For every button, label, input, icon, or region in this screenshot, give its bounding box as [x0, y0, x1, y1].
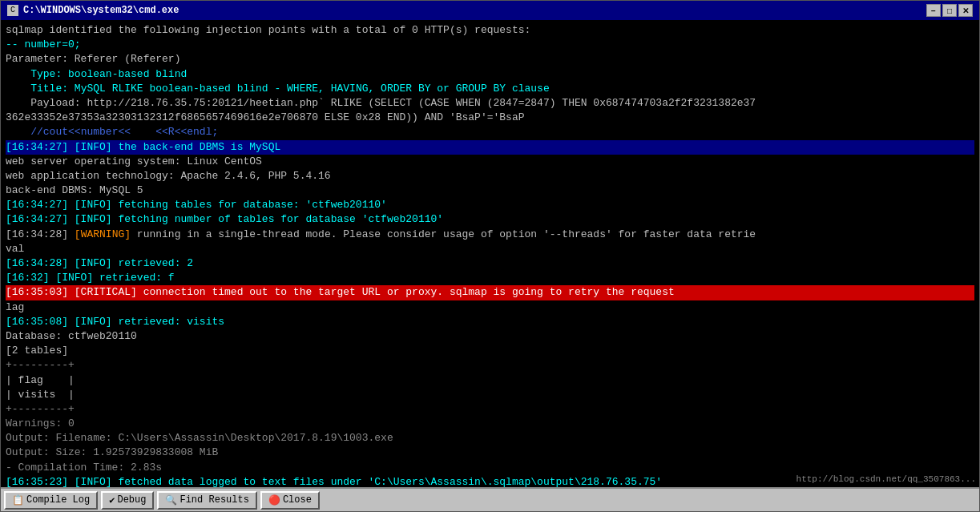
line-19-critical: [16:35:03] [CRITICAL] connection timed o… [6, 285, 974, 300]
compiler-warnings: Warnings: 0 [6, 417, 974, 431]
watermark-text: http://blog.csdn.net/qq_3507863... [797, 474, 976, 484]
debug-button[interactable]: ✔ Debug [101, 491, 154, 510]
titlebar: C C:\WINDOWS\system32\cmd.exe − □ ✕ [1, 1, 979, 20]
window-controls: − □ ✕ [926, 4, 973, 17]
table-row-flag: | flag | [6, 373, 974, 388]
line-8: //cout<<number<< <<R<<endl; [6, 125, 974, 139]
line-21: [16:35:08] [INFO] retrieved: visits [6, 315, 974, 329]
find-results-button[interactable]: 🔍 Find Results [157, 491, 256, 510]
terminal-area: sqlmap identified the following injectio… [1, 20, 979, 487]
maximize-button[interactable]: □ [942, 4, 957, 17]
compile-log-icon: 📋 [12, 494, 24, 506]
compiler-output-1: Output: Filename: C:\Users\Assassin\Desk… [6, 431, 974, 445]
line-17: [16:34:28] [INFO] retrieved: 2 [6, 256, 974, 271]
line-15: [16:34:28] [WARNING] running in a single… [6, 228, 974, 242]
debug-icon: ✔ [109, 494, 115, 506]
compile-log-button[interactable]: 📋 Compile Log [4, 491, 98, 510]
close-button-toolbar[interactable]: 🔴 Close [260, 491, 320, 510]
line-7: 362e33352e37353a32303132312f686565746961… [6, 111, 974, 125]
line-4: Type: boolean-based blind [6, 67, 974, 82]
compiler-output-2: Output: Size: 1.92573929833008 MiB [6, 445, 974, 460]
line-2: -- number=0; [6, 38, 974, 52]
line-9: [16:34:27] [INFO] the back-end DBMS is M… [6, 140, 974, 155]
table-border-top: +---------+ [6, 358, 974, 373]
line-16: val [6, 242, 974, 256]
line-23: [2 tables] [6, 344, 974, 358]
toolbar: 📋 Compile Log ✔ Debug 🔍 Find Results 🔴 C… [1, 487, 979, 511]
line-5: Title: MySQL RLIKE boolean-based blind -… [6, 82, 974, 96]
close-toolbar-icon: 🔴 [268, 494, 280, 506]
debug-label: Debug [117, 494, 146, 506]
cmd-icon: C [7, 5, 18, 16]
find-results-icon: 🔍 [165, 494, 177, 506]
line-10: web server operating system: Linux CentO… [6, 155, 974, 169]
table-border-bottom: +---------+ [6, 402, 974, 417]
compiler-time: - Compilation Time: 2.83s [6, 461, 974, 475]
line-3: Parameter: Referer (Referer) [6, 52, 974, 67]
table-container: +---------+ | flag | | visits | +-------… [6, 358, 974, 417]
line-13: [16:34:27] [INFO] fetching tables for da… [6, 198, 974, 212]
line-18: [16:32] [INFO] retrieved: f [6, 271, 974, 285]
compile-log-label: Compile Log [26, 494, 90, 506]
line-14: [16:34:27] [INFO] fetching number of tab… [6, 212, 974, 227]
line-20: lag [6, 300, 974, 315]
window-title: C:\WINDOWS\system32\cmd.exe [23, 5, 179, 16]
find-results-label: Find Results [179, 494, 248, 506]
line-6: Payload: http://218.76.35.75:20121/heeti… [6, 96, 974, 111]
line-1: sqlmap identified the following injectio… [6, 23, 974, 38]
line-11: web application technology: Apache 2.4.6… [6, 169, 974, 183]
cmd-window: C C:\WINDOWS\system32\cmd.exe − □ ✕ sqlm… [0, 0, 980, 512]
titlebar-left: C C:\WINDOWS\system32\cmd.exe [7, 5, 179, 16]
minimize-button[interactable]: − [926, 4, 941, 17]
table-row-visits: | visits | [6, 388, 974, 402]
close-toolbar-label: Close [283, 494, 312, 506]
line-22: Database: ctfweb20110 [6, 329, 974, 344]
line-12: back-end DBMS: MySQL 5 [6, 183, 974, 198]
close-button[interactable]: ✕ [958, 4, 973, 17]
